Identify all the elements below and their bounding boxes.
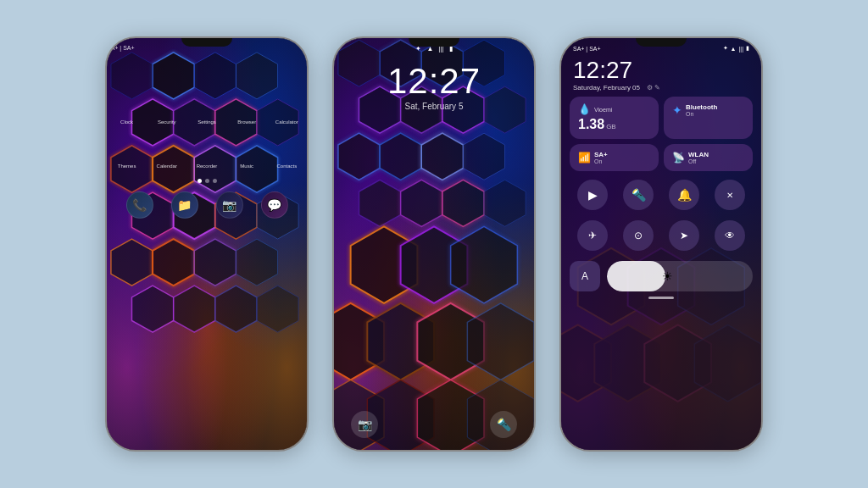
lockscreen-bottom-icons: 📷 🔦 [334,411,534,438]
phone-lockscreen: ✦ ▲ ||| ▮ 12:27 Sat, February 5 📷 🔦 [332,36,536,452]
svg-marker-17 [153,239,194,286]
phone-icon[interactable]: 📞 [126,191,153,219]
signal-icon-3: ||| [739,46,743,52]
do-not-disturb-button[interactable]: ⊙ [623,220,654,251]
notch [181,38,232,47]
flashlight-button[interactable]: 🔦 [623,180,654,210]
settings-edit-icon[interactable]: ⚙ ✎ [647,84,660,92]
page-dots [107,179,307,183]
svg-marker-23 [257,286,298,332]
carrier-label: SA+ | SA+ [107,45,135,51]
dock-files[interactable]: 📁 [169,191,201,220]
brightness-row: A ☀ [561,261,761,291]
notch-2 [409,38,459,47]
wlan-tile[interactable]: 📡 WLAN Off [664,144,753,171]
status-icons-3: ✦ ▲ ||| ▮ [723,45,749,52]
dock-camera[interactable]: 📷 [214,191,246,220]
messages-icon[interactable]: 💬 [261,191,288,219]
svg-marker-22 [215,286,257,332]
files-icon[interactable]: 📁 [171,191,198,219]
carrier-label-3: SA+ | SA+ [573,46,601,52]
clock-label: Clock [120,119,133,125]
dot-3 [213,179,217,183]
svg-marker-2 [236,53,277,99]
notification-button[interactable]: 🔔 [669,180,699,210]
cc-header: 12:27 Saturday, February 05 ⚙ ✎ [561,55,761,97]
cc-date: Saturday, February 05 [573,84,640,92]
svg-marker-18 [194,239,236,286]
svg-marker-10 [194,146,236,192]
location-button[interactable]: ➤ [669,220,699,251]
svg-marker-20 [132,286,174,332]
bt-icon-3: ✦ [723,45,728,52]
power-button-3 [761,123,763,157]
media-play-button[interactable]: ▶ [577,180,608,210]
battery-icon-3: ▮ [746,45,749,52]
airplane-mode-button[interactable]: ✈ [577,220,608,251]
control-center-screen: SA+ | SA+ ✦ ▲ ||| ▮ 12:27 Saturday, Febr… [561,38,761,450]
dock-phone[interactable]: 📞 [124,191,156,220]
power-button [307,123,309,157]
bluetooth-title: Bluetooth [686,103,717,111]
cc-time: 12:27 [573,57,749,84]
wifi-icon-3: ▲ [731,46,737,52]
recorder-label: Recorder [197,164,218,169]
svg-marker-21 [174,286,215,332]
wlan-tile-icon: 📡 [672,152,685,164]
lockscreen-clock: 12:27 Sat, February 5 [374,53,494,119]
sa-title: SA+ [594,151,608,158]
calculator-label: Calculator [275,119,298,125]
text-size-icon[interactable]: A [570,261,600,291]
dock-messages[interactable]: 💬 [259,191,291,220]
lockscreen-date: Sat, February 5 [387,102,481,111]
dock: 📞 📁 📷 💬 [107,186,307,232]
settings-label: Settings [198,119,216,125]
contacts-label: Contacts [277,164,298,169]
data-tile-value: 1.38 [578,117,604,132]
bluetooth-tile[interactable]: ✦ Bluetooth On [664,97,753,139]
security-label: Security [158,119,176,125]
svg-marker-16 [111,239,153,286]
svg-marker-9 [153,146,194,192]
data-tile-unit: GB [606,123,616,130]
sa-tile-icon: 📶 [578,152,591,164]
hex-wallpaper [107,38,307,450]
sa-tile[interactable]: 📶 SA+ On [570,144,659,171]
control-tiles: 💧 Vioemi 1.38 GB ✦ Bluetooth On [561,97,761,171]
data-tile[interactable]: 💧 Vioemi 1.38 GB [570,97,659,139]
svg-marker-1 [194,53,236,99]
dot-2 [205,179,209,183]
close-button[interactable]: ✕ [715,180,745,210]
wlan-status: Off [688,158,709,164]
cc-icon-row-2: ✈ ⊙ ➤ 👁 [561,217,761,254]
browser-label: Browser [237,119,256,125]
music-label: Music [240,164,253,169]
phone-home: SA+ | SA+ ✦ ▲ ||| ▮ 12:27 Sat, February … [105,36,309,452]
data-tile-name: Vioemi [594,107,612,113]
camera-shortcut-icon[interactable]: 📷 [351,411,378,438]
bluetooth-status: On [686,111,717,117]
bluetooth-tile-icon: ✦ [672,103,682,117]
power-button-2 [534,123,536,157]
phone-control-center: SA+ | SA+ ✦ ▲ ||| ▮ 12:27 Saturday, Febr… [559,36,763,452]
svg-marker-0 [153,53,194,99]
lock-screen: ✦ ▲ ||| ▮ 12:27 Sat, February 5 📷 🔦 [334,38,534,450]
svg-marker-3 [111,53,153,99]
svg-marker-19 [236,239,277,286]
cc-date-row: Saturday, February 05 ⚙ ✎ [573,84,749,92]
flashlight-shortcut-icon[interactable]: 🔦 [490,411,517,438]
svg-marker-11 [236,146,277,192]
wlan-title: WLAN [688,151,709,158]
cc-icon-row-1: ▶ 🔦 🔔 ✕ [561,176,761,214]
data-tile-icon: 💧 [578,103,591,115]
svg-marker-8 [111,146,153,192]
screen-record-button[interactable]: 👁 [715,220,745,251]
notch-3 [636,38,687,47]
lockscreen-time: 12:27 [387,61,481,102]
brightness-fill [607,261,665,291]
camera-icon[interactable]: 📷 [216,191,243,219]
brightness-slider[interactable]: ☀ [607,261,753,291]
home-indicator [648,297,674,299]
sa-status: On [594,158,608,164]
calendar-label: Calendar [157,164,177,169]
